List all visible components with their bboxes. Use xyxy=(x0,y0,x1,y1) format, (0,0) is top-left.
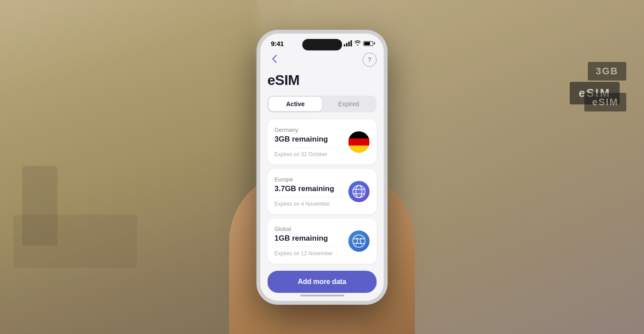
airport-sign-2: 3GB xyxy=(588,62,626,81)
card-data-europe: 3.7GB remaining xyxy=(275,184,343,193)
app-header: ? xyxy=(268,51,377,72)
wifi-icon xyxy=(355,40,361,47)
signal-icon xyxy=(344,40,352,46)
card-region-europe: Europe xyxy=(275,176,343,183)
svg-rect-2 xyxy=(349,138,370,146)
card-data-germany: 3GB remaining xyxy=(275,135,343,144)
card-info-global: Global 1GB remaining Expires on 12 Novem… xyxy=(275,226,343,257)
status-time: 9:41 xyxy=(271,40,284,47)
dynamic-island xyxy=(302,39,342,50)
card-info-europe: Europe 3.7GB remaining Expires on 4 Nove… xyxy=(275,176,343,207)
esim-card-germany[interactable]: Germany 3GB remaining Expires on 31 Octo… xyxy=(268,119,377,165)
back-arrow-icon xyxy=(272,55,277,64)
germany-flag-icon xyxy=(349,131,370,153)
europe-globe-icon xyxy=(349,181,370,202)
card-divider-germany xyxy=(275,147,343,148)
card-divider-global xyxy=(275,246,343,247)
airport-sign-3: eSIM xyxy=(584,93,626,111)
card-expiry-europe: Expires on 4 November xyxy=(275,201,343,207)
signal-bar-3 xyxy=(349,42,350,46)
app-content: ? eSIM Active Expired Germany 3GB remain… xyxy=(261,51,384,294)
phone-wrapper: 9:41 xyxy=(257,30,387,304)
battery-icon xyxy=(364,41,373,46)
phone-screen: 9:41 xyxy=(261,34,384,301)
svg-rect-3 xyxy=(349,146,370,153)
signal-bar-1 xyxy=(344,44,345,46)
status-icons xyxy=(344,40,373,47)
tab-active[interactable]: Active xyxy=(269,97,322,111)
home-indicator xyxy=(300,295,344,296)
page-title: eSIM xyxy=(268,72,377,88)
svg-rect-1 xyxy=(349,131,370,138)
global-globe-icon xyxy=(349,230,370,252)
tab-expired[interactable]: Expired xyxy=(322,97,376,111)
tabs-container: Active Expired xyxy=(268,96,377,112)
svg-point-9 xyxy=(353,235,365,247)
battery-fill xyxy=(364,42,370,45)
add-more-data-button[interactable]: Add more data xyxy=(268,271,377,293)
card-data-global: 1GB remaining xyxy=(275,234,343,243)
help-button[interactable]: ? xyxy=(363,53,377,67)
back-button[interactable] xyxy=(268,53,282,67)
card-region-germany: Germany xyxy=(275,127,343,133)
help-icon: ? xyxy=(368,56,372,63)
esim-card-europe[interactable]: Europe 3.7GB remaining Expires on 4 Nove… xyxy=(268,169,377,214)
svg-point-8 xyxy=(353,185,365,198)
signal-bar-4 xyxy=(351,40,352,46)
person-silhouette xyxy=(22,166,58,246)
esim-card-global[interactable]: Global 1GB remaining Expires on 12 Novem… xyxy=(268,219,377,264)
card-expiry-global: Expires on 12 November xyxy=(275,250,343,257)
card-region-global: Global xyxy=(275,226,343,232)
phone-frame: 9:41 xyxy=(257,30,387,304)
card-divider-europe xyxy=(275,197,343,197)
card-info-germany: Germany 3GB remaining Expires on 31 Octo… xyxy=(275,127,343,157)
signal-bar-2 xyxy=(346,43,348,46)
card-expiry-germany: Expires on 31 October xyxy=(275,151,343,157)
